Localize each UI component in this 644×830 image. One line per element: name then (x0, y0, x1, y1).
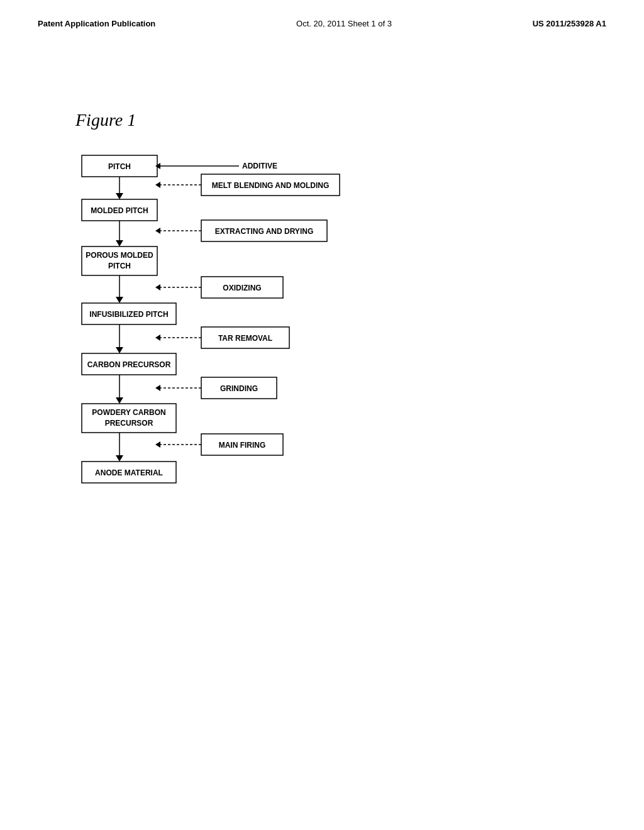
carbon-precursor-label: CARBON PRECURSOR (87, 360, 171, 369)
dashed-arrowhead-5 (155, 385, 160, 391)
dashed-arrowhead-4 (155, 335, 160, 341)
down-arrow-1 (116, 193, 123, 199)
page-header: Patent Application Publication Oct. 20, … (38, 19, 606, 28)
figure-title: Figure 1 (75, 110, 606, 130)
main-firing-label: MAIN FIRING (219, 441, 266, 450)
melt-blending-label: MELT BLENDING AND MOLDING (212, 181, 330, 190)
down-arrow-2 (116, 240, 123, 246)
oxidizing-label: OXIDIZING (223, 284, 261, 292)
flowchart-svg: PITCH ADDITIVE MELT BLENDING AND MOLDING… (75, 149, 516, 715)
powdery-carbon-precursor-label-2: PRECURSOR (105, 419, 153, 428)
header-patent-number: US 2011/253928 A1 (533, 19, 606, 28)
header-publication-label: Patent Application Publication (38, 19, 155, 28)
infusibilized-pitch-label: INFUSIBILIZED PITCH (89, 310, 168, 319)
down-arrow-6 (116, 455, 123, 462)
powdery-carbon-precursor-label-1: POWDERY CARBON (92, 408, 165, 417)
dashed-arrowhead-1 (155, 182, 160, 188)
flowchart-container: PITCH ADDITIVE MELT BLENDING AND MOLDING… (75, 149, 516, 715)
dashed-arrowhead-6 (155, 441, 160, 448)
down-arrow-5 (116, 397, 123, 404)
porous-molded-pitch-label-2: PITCH (108, 262, 131, 270)
tar-removal-label: TAR REMOVAL (218, 334, 272, 343)
extracting-label: EXTRACTING AND DRYING (215, 227, 313, 236)
down-arrow-3 (116, 297, 123, 303)
molded-pitch-label: MOLDED PITCH (91, 206, 148, 215)
header-date-sheet: Oct. 20, 2011 Sheet 1 of 3 (296, 19, 392, 28)
dashed-arrowhead-3 (155, 284, 160, 290)
pitch-label: PITCH (108, 162, 131, 171)
anode-material-label: ANODE MATERIAL (95, 468, 163, 477)
grinding-label: GRINDING (220, 384, 258, 393)
dashed-arrowhead-2 (155, 228, 160, 234)
page: Patent Application Publication Oct. 20, … (0, 0, 644, 830)
porous-molded-pitch-label-1: POROUS MOLDED (86, 251, 153, 260)
additive-label: ADDITIVE (242, 162, 277, 170)
down-arrow-4 (116, 347, 123, 353)
